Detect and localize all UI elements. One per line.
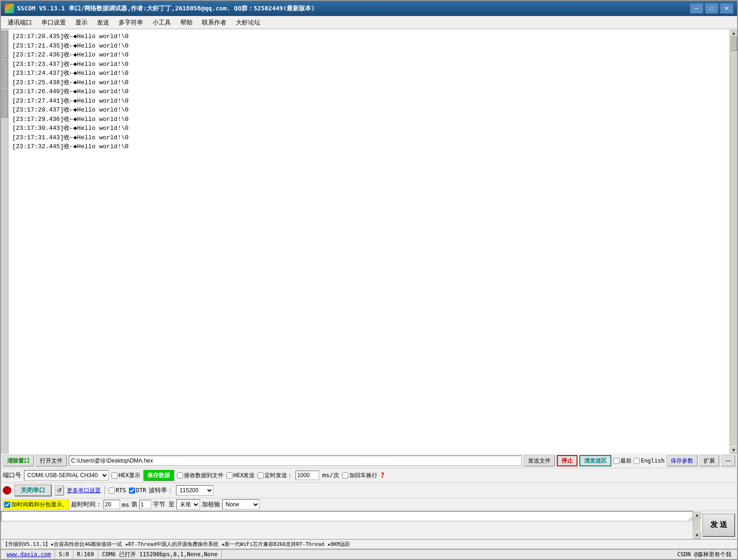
menu-contact[interactable]: 联系作者 <box>197 17 231 28</box>
checksum-select[interactable]: None <box>222 499 260 510</box>
file-path-input[interactable] <box>69 456 522 466</box>
toolbar-row: 清除窗口 打开文件 发送文件 停止 清发送区 最前 English 保存参数 扩… <box>1 454 737 468</box>
menu-forum[interactable]: 大虾论坛 <box>231 17 265 28</box>
collapse-button[interactable]: — <box>721 455 735 466</box>
more-settings-button[interactable]: 更多串口设置 <box>67 487 101 495</box>
send-input-field[interactable] <box>1 511 693 521</box>
send-scroll-down[interactable]: ▼ <box>693 531 701 539</box>
dtr-checkbox[interactable] <box>129 488 135 494</box>
byte-label: 字节 至 <box>153 500 175 509</box>
stop-button[interactable]: 停止 <box>557 455 578 466</box>
right-label: CSDN @森林里有个我 <box>677 551 731 558</box>
timed-send-label: 定时发送： <box>265 472 293 480</box>
terminal-line: [23:17:30.443]收←◆Hello world!\0 <box>12 124 726 133</box>
send-scroll-track[interactable] <box>693 519 700 531</box>
minimize-button[interactable]: ─ <box>690 3 703 14</box>
terminal-line: [23:17:21.435]收←◆Hello world!\0 <box>12 41 726 51</box>
rts-label: RTS <box>116 487 126 494</box>
hex-display-checkbox[interactable] <box>112 472 118 479</box>
add-crlf-label: 加回车换行 <box>349 472 377 480</box>
terminal-line: [23:17:22.436]收←◆Hello world!\0 <box>12 50 726 60</box>
recv-to-file-checkbox[interactable] <box>177 472 183 479</box>
scroll-track[interactable] <box>730 37 737 446</box>
timed-interval-input[interactable] <box>296 471 319 480</box>
menu-display[interactable]: 显示 <box>71 17 92 28</box>
send-scroll-up[interactable]: ▲ <box>693 511 701 519</box>
separator-1 <box>104 486 105 495</box>
timeout-input[interactable] <box>104 500 120 509</box>
byte-end-select[interactable]: 末尾 <box>176 499 200 510</box>
title-bar: SSCOM V5.13.1 串口/网络数据调试器,作者:大虾丁丁,2618058… <box>1 1 737 16</box>
english-checkbox[interactable] <box>634 458 640 464</box>
scroll-down-arrow[interactable]: ▼ <box>730 446 737 454</box>
clear-send-button[interactable]: 清发送区 <box>579 455 611 466</box>
send-file-button[interactable]: 发送文件 <box>524 455 555 466</box>
full-bottom: 清除窗口 打开文件 发送文件 停止 清发送区 最前 English 保存参数 扩… <box>1 454 737 559</box>
timestamp-label: 加时间戳和分包显示。 <box>11 501 68 509</box>
window-controls: ─ □ ✕ <box>690 3 733 14</box>
zuiqian-checkbox-label[interactable]: 最前 <box>613 457 632 465</box>
send-area: ▲ ▼ 发 送 <box>1 511 737 539</box>
close-button[interactable]: ✕ <box>720 3 733 14</box>
byte-from-input[interactable] <box>139 500 151 509</box>
expand-button[interactable]: 扩展 <box>699 455 719 466</box>
menu-serial-settings[interactable]: 串口设置 <box>37 17 71 28</box>
question-icon[interactable]: ? <box>380 471 385 480</box>
hex-send-checkbox[interactable] <box>226 472 233 479</box>
save-data-button[interactable]: 保存数据 <box>143 470 174 481</box>
english-label: English <box>641 457 665 464</box>
add-crlf-checkbox-label[interactable]: 加回车换行 <box>342 472 377 480</box>
menu-communications[interactable]: 通讯端口 <box>3 17 37 28</box>
hex-send-checkbox-label[interactable]: HEX发送 <box>226 472 255 480</box>
timeout-label: 超时时间： <box>71 500 102 509</box>
close-port-button[interactable]: 关闭串口 <box>14 484 52 496</box>
timed-send-checkbox-label[interactable]: 定时发送： <box>257 472 293 480</box>
app-icon <box>5 4 14 13</box>
menu-multistring[interactable]: 多字符串 <box>114 17 148 28</box>
rts-checkbox[interactable] <box>109 488 115 494</box>
website-segment[interactable]: www.daxia.com <box>3 550 55 559</box>
add-crlf-checkbox[interactable] <box>342 472 348 479</box>
refresh-button[interactable]: ↺ <box>55 485 64 496</box>
scroll-thumb[interactable] <box>730 37 737 51</box>
save-params-button[interactable]: 保存参数 <box>666 455 698 466</box>
left-tab-3[interactable] <box>1 89 8 118</box>
from-label: 第 <box>131 500 137 509</box>
r-counter: R:169 <box>77 551 94 558</box>
left-tab-2[interactable] <box>1 60 8 88</box>
send-scrollbar: ▲ ▼ <box>693 511 700 539</box>
terminal-line: [23:17:24.437]收←◆Hello world!\0 <box>12 69 726 78</box>
english-checkbox-label[interactable]: English <box>634 457 665 464</box>
zuiqian-checkbox[interactable] <box>613 458 619 464</box>
terminal-area[interactable]: [23:17:20.435]收←◆Hello world!\0[23:17:21… <box>8 29 730 454</box>
port-status-text: COM6 已打开 115200bps,8,1,None,None <box>102 551 218 559</box>
timestamp-row: 加时间戳和分包显示。 超时时间： ms 第 字节 至 末尾 加校验 None <box>1 498 737 511</box>
port-select[interactable]: COM6 USB-SERIAL CH340 <box>24 470 109 480</box>
terminal-line: [23:17:25.438]收←◆Hello world!\0 <box>12 78 726 88</box>
website-link[interactable]: www.daxia.com <box>7 551 51 558</box>
maximize-button[interactable]: □ <box>705 3 718 14</box>
port-status-segment: COM6 已打开 115200bps,8,1,None,None <box>98 550 222 559</box>
clear-window-button[interactable]: 清除窗口 <box>3 455 34 466</box>
menu-tools[interactable]: 小工具 <box>148 17 176 28</box>
send-main-button[interactable]: 发 送 <box>702 513 735 537</box>
left-tab-1[interactable] <box>1 31 8 59</box>
rts-checkbox-label[interactable]: RTS <box>109 487 126 494</box>
timestamp-checkbox-label[interactable]: 加时间戳和分包显示。 <box>3 500 69 510</box>
hex-display-checkbox-label[interactable]: HEX显示 <box>112 472 140 480</box>
send-btn-container: 发 送 <box>700 511 737 539</box>
recv-to-file-checkbox-label[interactable]: 接收数据到文件 <box>177 472 224 480</box>
controls-row: 关闭串口 ↺ 更多串口设置 RTS DTR 波特率： 115200 <box>1 483 737 498</box>
app-window: SSCOM V5.13.1 串口/网络数据调试器,作者:大虾丁丁,2618058… <box>0 0 738 560</box>
terminal-line: [23:17:27.441]收←◆Hello world!\0 <box>12 96 726 106</box>
scroll-up-arrow[interactable]: ▲ <box>730 29 737 37</box>
open-file-button[interactable]: 打开文件 <box>36 455 67 466</box>
menu-send[interactable]: 发送 <box>92 17 114 28</box>
timed-send-checkbox[interactable] <box>257 472 264 479</box>
port-number-label: 端口号 <box>3 471 21 480</box>
timestamp-checkbox[interactable] <box>4 502 10 508</box>
terminal-content: [23:17:20.435]收←◆Hello world!\0[23:17:21… <box>8 29 730 154</box>
baud-select[interactable]: 115200 <box>176 485 214 496</box>
menu-help[interactable]: 帮助 <box>176 17 197 28</box>
dtr-checkbox-label[interactable]: DTR <box>129 487 146 494</box>
